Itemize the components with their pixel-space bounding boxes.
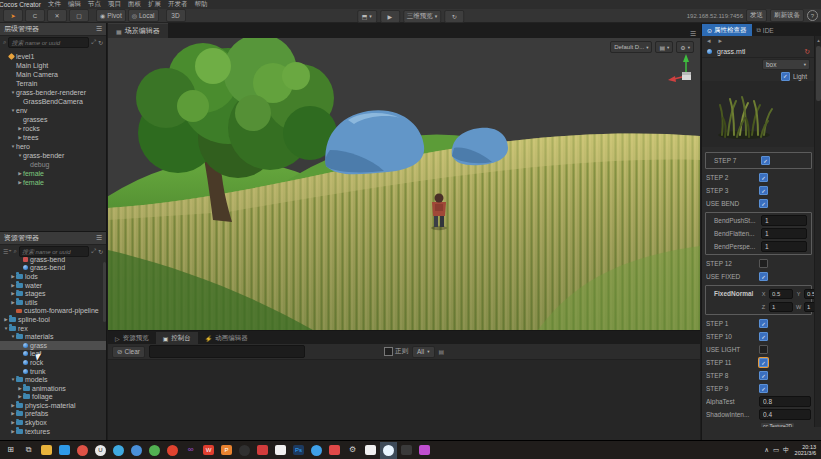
- use-bend-checkbox[interactable]: ✓: [759, 199, 768, 208]
- menu-item[interactable]: 扩展: [148, 0, 161, 9]
- scene-viewport[interactable]: Default D... ▾ ▤ ▾ ⚙ ▾: [108, 38, 700, 330]
- layout-dropdown[interactable]: Default D... ▾: [610, 41, 652, 53]
- scroll-up-icon[interactable]: ▴: [815, 37, 821, 43]
- hierarchy-search-input[interactable]: [8, 37, 89, 48]
- reset-icon[interactable]: ↻: [804, 48, 810, 56]
- assets-scrollbar[interactable]: [103, 262, 106, 322]
- expand-all-icon[interactable]: ⤢: [91, 39, 96, 46]
- menu-item[interactable]: 编辑: [68, 0, 81, 9]
- taskbar-photos-app[interactable]: [326, 442, 343, 459]
- asset-item[interactable]: ▶utils: [0, 298, 106, 307]
- console-filter-input[interactable]: [149, 345, 305, 358]
- asset-item[interactable]: custom-forward-pipeline: [0, 307, 106, 316]
- preview-mode-dropdown[interactable]: 三维预览 ▾: [403, 10, 442, 23]
- regex-checkbox[interactable]: [384, 347, 393, 356]
- fixednormal-x-input[interactable]: [769, 289, 793, 299]
- hierarchy-node[interactable]: ▼grass-bender: [0, 151, 106, 160]
- use-fixed-checkbox[interactable]: ✓: [759, 272, 768, 281]
- create-asset-icon[interactable]: ☰⁺: [3, 248, 12, 255]
- tab-属性检查器[interactable]: ⊙属性检查器: [702, 24, 752, 36]
- regex-toggle[interactable]: 正则: [384, 347, 408, 356]
- hierarchy-node[interactable]: Main Camera: [0, 70, 106, 79]
- menu-item[interactable]: 开发者: [168, 0, 188, 9]
- help-button[interactable]: ?: [807, 10, 818, 21]
- scale-tool[interactable]: ✕: [47, 9, 67, 22]
- collapse-logs-icon[interactable]: ▤: [439, 348, 445, 355]
- assets-menu-icon[interactable]: ☰: [96, 234, 102, 242]
- asset-item[interactable]: ▼rex: [0, 324, 106, 333]
- menu-item[interactable]: 节点: [88, 0, 101, 9]
- hierarchy-node[interactable]: ▼grass-bender-renderer: [0, 88, 106, 97]
- bendpushst-input[interactable]: [761, 215, 807, 226]
- step-9-checkbox[interactable]: ✓: [759, 384, 768, 393]
- asset-item[interactable]: ▶physics-material: [0, 401, 106, 410]
- asset-item[interactable]: ▶water: [0, 281, 106, 290]
- taskbar-dark-app[interactable]: [398, 442, 415, 459]
- taskbar-green-app[interactable]: [146, 442, 163, 459]
- step-3-checkbox[interactable]: ✓: [759, 186, 768, 195]
- taskbar-cocos-creator[interactable]: [380, 442, 397, 459]
- asset-item[interactable]: grass-bend: [0, 264, 106, 273]
- step-1-checkbox[interactable]: ✓: [759, 319, 768, 328]
- hierarchy-node[interactable]: ▶trees: [0, 133, 106, 142]
- step-7-checkbox[interactable]: ✓: [761, 156, 770, 165]
- taskbar-calculator[interactable]: [362, 442, 379, 459]
- tray-icon[interactable]: 中: [783, 446, 790, 455]
- hierarchy-node[interactable]: ▶rocks: [0, 124, 106, 133]
- taskbar-unreal[interactable]: U: [92, 442, 109, 459]
- asset-item[interactable]: ▶textures: [0, 427, 106, 436]
- taskbar-wps[interactable]: W: [200, 442, 217, 459]
- back-icon[interactable]: ◂: [707, 37, 711, 45]
- taskbar-blue-app[interactable]: [128, 442, 145, 459]
- fixednormal-z-input[interactable]: [769, 302, 793, 312]
- scene-panel-menu-icon[interactable]: ☰: [690, 30, 700, 38]
- asset-item[interactable]: ▶spline-tool: [0, 315, 106, 324]
- tab-IDE[interactable]: ⧉IDE: [752, 24, 779, 36]
- tab-资源预览[interactable]: ▷资源预览: [108, 332, 156, 344]
- local-button[interactable]: ◎ Local: [128, 9, 159, 22]
- asset-item[interactable]: ▼models: [0, 375, 106, 384]
- technique-dropdown[interactable]: box ▾: [762, 59, 810, 70]
- rect-tool[interactable]: ▢: [69, 9, 89, 22]
- taskbar-vscode[interactable]: [56, 442, 73, 459]
- log-level-dropdown[interactable]: All ▾: [412, 346, 435, 358]
- pivot-button[interactable]: ◉ Pivot: [96, 9, 126, 22]
- console-log-area[interactable]: [108, 360, 700, 428]
- tab-控制台[interactable]: ▣控制台: [156, 332, 198, 344]
- asset-item[interactable]: grass: [0, 341, 106, 350]
- light-checkbox[interactable]: ✓: [781, 72, 790, 81]
- step-2-checkbox[interactable]: ✓: [759, 173, 768, 182]
- hierarchy-menu-icon[interactable]: ☰: [96, 25, 102, 33]
- asset-item[interactable]: leaf: [0, 350, 106, 359]
- taskbar-chrome[interactable]: [74, 442, 91, 459]
- scrollbar-thumb[interactable]: [816, 46, 821, 101]
- taskbar-task-view[interactable]: ⧉: [20, 442, 37, 459]
- clear-button[interactable]: ⊘ Clear: [112, 346, 145, 358]
- taskbar-dingtalk[interactable]: [164, 442, 181, 459]
- hierarchy-node[interactable]: ▶female: [0, 169, 106, 178]
- asset-item[interactable]: ▼materials: [0, 332, 106, 341]
- hierarchy-node[interactable]: grasses: [0, 115, 106, 124]
- taskbar-powerpoint[interactable]: P: [218, 442, 235, 459]
- hierarchy-node[interactable]: ▼env: [0, 106, 106, 115]
- gizmo-settings-button[interactable]: ⚙ ▾: [676, 41, 694, 53]
- bendperspe-input[interactable]: [761, 241, 807, 252]
- play-button[interactable]: ▶: [380, 10, 400, 23]
- taskbar-start[interactable]: ⊞: [2, 442, 19, 459]
- asset-item[interactable]: trunk: [0, 367, 106, 376]
- taskbar-photoshop[interactable]: Ps: [290, 442, 307, 459]
- taskbar-stats-app[interactable]: [272, 442, 289, 459]
- refresh-icon[interactable]: ↻: [98, 39, 103, 46]
- step-11-checkbox[interactable]: ✓: [759, 358, 768, 367]
- menu-item[interactable]: 文件: [48, 0, 61, 9]
- tray-icon[interactable]: ∧: [764, 446, 769, 455]
- dimension-toggle[interactable]: 3D: [166, 9, 186, 22]
- rotate-tool[interactable]: C: [25, 9, 45, 22]
- view-options-button[interactable]: ▤ ▾: [655, 41, 673, 53]
- taskbar-clock[interactable]: 20:13 2021/3/6: [795, 444, 816, 457]
- taskbar-visual-studio[interactable]: ∞: [182, 442, 199, 459]
- inspector-scrollbar[interactable]: ▴: [814, 36, 821, 427]
- tray-icon[interactable]: ▭: [773, 446, 779, 455]
- asset-item[interactable]: ▶prefabs: [0, 410, 106, 419]
- refresh-device-button[interactable]: 刷新设备: [770, 9, 804, 22]
